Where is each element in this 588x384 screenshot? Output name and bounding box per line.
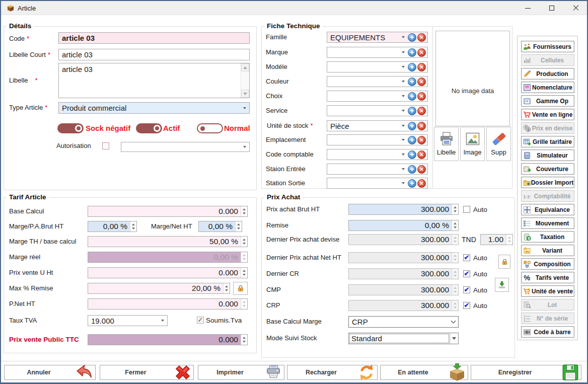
annuler-button[interactable]: Annuler: [4, 365, 96, 380]
marge-th-spin-field[interactable]: 50,00 %: [88, 236, 248, 247]
lock-button[interactable]: [233, 282, 248, 295]
taux-tva-combobox[interactable]: 19.000: [88, 315, 168, 326]
spinner-buttons[interactable]: [241, 237, 247, 247]
sidebar-item-mouvement[interactable]: Mouvement: [521, 217, 574, 229]
add-icon[interactable]: +: [408, 78, 416, 86]
clear-icon[interactable]: ✕: [417, 165, 426, 174]
currency-rate-spin-field[interactable]: 1.00: [480, 234, 513, 245]
image-button[interactable]: Image: [460, 127, 485, 161]
sidebar-item-couverture[interactable]: Couverture: [521, 163, 574, 175]
supp-button[interactable]: Supp: [486, 127, 511, 161]
dropdown-button[interactable]: [450, 333, 458, 344]
soumis-tva-checkbox[interactable]: ✓: [197, 317, 204, 324]
clear-icon[interactable]: ✕: [417, 33, 426, 42]
prix-achat-brut-spin-field[interactable]: 300.000: [348, 204, 459, 215]
sidebar-item-taxation[interactable]: Taxation: [521, 231, 574, 243]
auto-checkbox[interactable]: ✔: [463, 254, 470, 261]
remise-spin-field[interactable]: 0,00 %: [348, 220, 459, 231]
service-combobox[interactable]: + ✕: [327, 105, 428, 116]
sidebar-item-fournisseurs[interactable]: Fournisseurs: [521, 41, 574, 52]
sidebar-item-dossier-import[interactable]: Dossier Import: [521, 177, 574, 188]
lock-button[interactable]: [498, 255, 510, 269]
sidebar-item-gamme-op[interactable]: Gamme Op: [521, 95, 574, 107]
close-button[interactable]: [564, 1, 587, 15]
auto-checkbox[interactable]: ✔: [463, 286, 470, 293]
spinner-buttons[interactable]: [235, 221, 242, 232]
clear-icon[interactable]: ✕: [417, 179, 426, 188]
sidebar-item-grille-tarifaire[interactable]: Grille tarifaire: [521, 136, 574, 147]
add-icon[interactable]: +: [408, 107, 416, 115]
clear-icon[interactable]: ✕: [417, 63, 426, 71]
modele-combobox[interactable]: + ✕: [327, 61, 428, 72]
marge-brut-spin-field[interactable]: 0,00 %: [88, 221, 137, 232]
add-icon[interactable]: +: [408, 63, 416, 71]
normal-toggle[interactable]: [197, 123, 223, 133]
spinner-buttons[interactable]: [241, 206, 247, 216]
max-remise-spin-field[interactable]: 20,00 %: [88, 283, 230, 294]
sidebar-item-tarifs-vente[interactable]: Tarifs vente: [521, 272, 574, 283]
couleur-combobox[interactable]: + ✕: [327, 76, 428, 87]
fermer-button[interactable]: Fermer: [100, 365, 194, 380]
base-calcul-spin-field[interactable]: 0.000: [88, 206, 248, 217]
imprimer-button[interactable]: Imprimer: [198, 365, 284, 380]
autorisation-combobox[interactable]: [121, 142, 250, 152]
actif-toggle[interactable]: [136, 123, 162, 133]
recharger-button[interactable]: Recharger: [287, 365, 378, 380]
type-article-combobox[interactable]: Produit commercial: [58, 102, 250, 114]
add-icon[interactable]: +: [408, 136, 416, 144]
prix-ttc-spin-field[interactable]: 0.000: [88, 334, 248, 345]
clear-icon[interactable]: ✕: [417, 107, 426, 115]
emplacement-combobox[interactable]: + ✕: [327, 134, 428, 145]
sidebar-item-vente-en-ligne[interactable]: Vente en ligne: [521, 109, 574, 120]
en-attente-button[interactable]: En attente: [380, 365, 468, 380]
auto-checkbox[interactable]: [463, 206, 470, 213]
add-icon[interactable]: +: [408, 179, 416, 188]
marque-combobox[interactable]: + ✕: [327, 47, 428, 58]
add-icon[interactable]: +: [408, 48, 416, 57]
spinner-buttons[interactable]: [452, 204, 458, 214]
sidebar-item-production[interactable]: Production: [521, 68, 574, 80]
scroll-up-icon[interactable]: [241, 63, 249, 71]
spinner-buttons[interactable]: [241, 335, 247, 345]
auto-checkbox[interactable]: ✔: [463, 270, 470, 277]
sidebar-item-code-a-barre[interactable]: Code à barre: [521, 326, 574, 338]
prix-vente-spin-field[interactable]: 0.000: [88, 267, 248, 278]
add-icon[interactable]: +: [408, 92, 416, 101]
add-icon[interactable]: +: [408, 165, 416, 174]
clear-icon[interactable]: ✕: [417, 150, 426, 159]
sidebar-item-nomenclature[interactable]: Nomenclature: [521, 82, 574, 93]
marge-net-spin-field[interactable]: 0,00 %: [198, 221, 242, 232]
libelle-print-button[interactable]: Libelle: [434, 127, 459, 161]
stock-negatif-toggle[interactable]: [57, 123, 84, 133]
base-calcul-marge-select[interactable]: CRP: [348, 316, 459, 328]
libelle-textarea[interactable]: article 03: [58, 63, 250, 98]
spinner-buttons[interactable]: [506, 235, 512, 245]
spinner-buttons[interactable]: [130, 221, 136, 232]
sidebar-item-equivalance[interactable]: Equivalance: [521, 204, 574, 215]
spinner-buttons[interactable]: [452, 220, 458, 231]
clear-icon[interactable]: ✕: [417, 136, 426, 144]
clear-icon[interactable]: ✕: [417, 92, 426, 101]
add-icon[interactable]: +: [408, 150, 416, 159]
unite-stock-combobox[interactable]: Pièce + ✕: [327, 120, 428, 131]
scroll-down-icon[interactable]: [241, 90, 249, 98]
textarea-scrollbar[interactable]: [241, 63, 249, 98]
clear-icon[interactable]: ✕: [417, 48, 426, 57]
enregistrer-button[interactable]: Enregistrer: [471, 365, 581, 380]
add-icon[interactable]: +: [408, 33, 416, 42]
libelle-court-input[interactable]: article 03: [58, 49, 250, 60]
sidebar-item-variant[interactable]: Variant: [521, 245, 574, 256]
famille-combobox[interactable]: EQUIPEMENTS + ✕: [327, 32, 428, 43]
download-button[interactable]: [495, 278, 509, 292]
spinner-buttons[interactable]: [241, 268, 247, 278]
minimize-button[interactable]: [517, 1, 539, 15]
code-comptable-combobox[interactable]: + ✕: [327, 149, 428, 160]
station-entree-combobox[interactable]: + ✕: [327, 164, 428, 175]
clear-icon[interactable]: ✕: [417, 122, 426, 130]
add-icon[interactable]: +: [408, 122, 416, 130]
spinner-buttons[interactable]: [223, 283, 230, 293]
sidebar-item-simulateur[interactable]: Simulateur: [521, 149, 574, 161]
mode-suivi-stock-combobox[interactable]: Standard: [348, 333, 459, 344]
autorisation-checkbox[interactable]: [102, 142, 109, 149]
sidebar-item-composition[interactable]: Composition: [521, 258, 574, 270]
